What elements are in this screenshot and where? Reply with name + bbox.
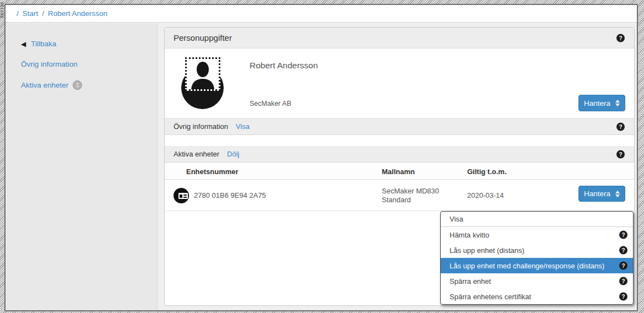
sidebar-item-label: Övrig information — [21, 60, 78, 68]
breadcrumb-separator: / — [42, 9, 44, 18]
device-number: 2780 01B6 9E94 2A75 — [194, 191, 266, 199]
avatar — [179, 57, 226, 109]
menu-item-label: Lås upp enhet med challenge/response (di… — [450, 262, 604, 270]
section-gap — [165, 135, 634, 146]
column-enhetsnummer: Enhetsnummer — [186, 168, 239, 176]
help-icon[interactable]: ? — [616, 150, 625, 158]
show-link[interactable]: Visa — [236, 122, 250, 131]
help-icon[interactable]: ? — [616, 122, 625, 131]
help-icon[interactable]: ? — [619, 262, 627, 270]
menu-item-label: Hämta kvitto — [450, 231, 489, 239]
menu-item-visa[interactable]: Visa — [441, 212, 633, 227]
manage-dropdown-menu: Visa Hämta kvitto ? Lås upp enhet (dista… — [440, 211, 634, 305]
up-down-caret-icon — [615, 191, 620, 197]
sidebar: ◀ Tillbaka Övrig information Aktiva enhe… — [6, 23, 158, 311]
manage-button-label: Hantera — [584, 190, 610, 198]
help-icon[interactable]: ? — [616, 34, 625, 42]
person-name: Robert Andersson — [250, 61, 318, 71]
manage-device-button[interactable]: Hantera — [578, 186, 625, 202]
menu-item-label: Spärra enhet — [450, 277, 491, 285]
section-title: Övrig information — [174, 122, 228, 131]
up-down-caret-icon — [615, 100, 620, 106]
menu-item-label: Lås upp enhet (distans) — [450, 246, 524, 255]
help-icon[interactable]: ? — [619, 277, 627, 285]
back-arrow-icon: ◀ — [21, 40, 26, 48]
back-link-label: Tillbaka — [31, 40, 56, 48]
panel-header: Personuppgifter ? — [165, 28, 634, 48]
section-title: Aktiva enheter — [174, 150, 219, 158]
app-window: / Start / Robert Andersson ◀ Tillbaka Öv… — [4, 4, 638, 311]
menu-item-label: Spärra enhetens certifikat — [450, 293, 531, 301]
column-giltig-tom: Giltig t.o.m. — [467, 168, 507, 176]
breadcrumb-item-start[interactable]: Start — [23, 9, 39, 18]
devices-table-header: Enhetsnummer Mallnamn Giltig t.o.m. — [165, 163, 634, 180]
menu-item-las-upp-challenge-response[interactable]: Lås upp enhet med challenge/response (di… — [441, 258, 633, 273]
menu-item-hamta-kvitto[interactable]: Hämta kvitto ? — [441, 227, 633, 242]
section-aktiva-enheter: Aktiva enheter Dölj ? — [165, 146, 634, 163]
device-valid-until: 2020-03-14 — [467, 191, 504, 199]
help-icon[interactable]: ? — [619, 231, 627, 239]
device-table-row: 2780 01B6 9E94 2A75 SecMaker MD830 Stand… — [165, 180, 634, 211]
photo-placeholder-icon — [185, 57, 220, 91]
smartcard-icon — [174, 188, 189, 203]
help-icon[interactable]: ? — [619, 246, 627, 255]
back-link[interactable]: ◀ Tillbaka — [21, 40, 157, 48]
breadcrumb-item-current[interactable]: Robert Andersson — [48, 9, 107, 18]
help-icon[interactable]: ? — [619, 293, 627, 301]
sidebar-item-aktiva-enheter[interactable]: Aktiva enheter 1 — [21, 80, 157, 90]
person-summary: Robert Andersson SecMaker AB Hantera — [165, 48, 634, 118]
section-ovrig-information: Övrig information Visa ? — [165, 118, 634, 135]
manage-person-button[interactable]: Hantera — [578, 95, 625, 111]
count-badge: 1 — [73, 80, 82, 90]
screenshot-frame: 000136 / Start / Robert Andersson ◀ Till… — [0, 0, 644, 313]
manage-button-label: Hantera — [584, 99, 610, 107]
device-template-name: SecMaker MD830 Standard — [382, 187, 451, 204]
hide-link[interactable]: Dölj — [227, 150, 239, 158]
sidebar-item-ovrig-information[interactable]: Övrig information — [21, 60, 157, 68]
menu-item-las-upp-enhet[interactable]: Lås upp enhet (distans) ? — [441, 242, 633, 258]
menu-item-label: Visa — [450, 215, 463, 223]
menu-item-sparra-certifikat[interactable]: Spärra enhetens certifikat ? — [441, 289, 633, 304]
breadcrumb: / Start / Robert Andersson — [6, 5, 637, 23]
menu-item-sparra-enhet[interactable]: Spärra enhet ? — [441, 273, 633, 289]
edge-label: 000136 — [0, 2, 4, 18]
column-mallnamn: Mallnamn — [382, 168, 415, 176]
sidebar-item-label: Aktiva enheter — [21, 81, 68, 89]
person-company: SecMaker AB — [250, 100, 291, 107]
breadcrumb-separator: / — [17, 9, 19, 18]
panel-title: Personuppgifter — [174, 33, 232, 42]
